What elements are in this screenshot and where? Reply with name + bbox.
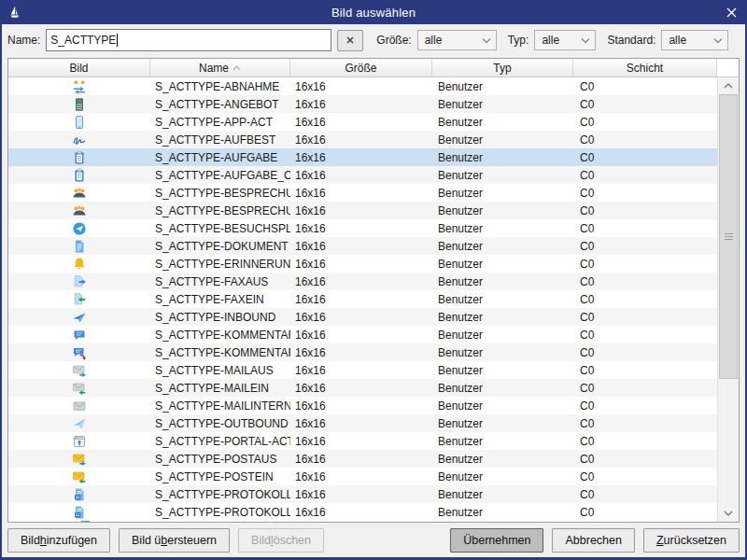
row-name: S_ACTTYPE-MAILAUS: [150, 361, 290, 379]
visit-plan-icon: [72, 221, 87, 236]
row-typ: Benutzer: [432, 166, 573, 184]
delete-image-button: Bild löschen: [238, 528, 324, 553]
row-name: S_ACTTYPE-ANGEBOT: [150, 95, 290, 113]
row-size: 16x16: [290, 485, 432, 503]
row-schicht: C0: [573, 308, 717, 326]
table-row[interactable]: S_ACTTYPE-KOMMENTAR16x16BenutzerC0: [8, 326, 717, 343]
table-row[interactable]: S_ACTTYPE-BESPRECHUNG16x16BenutzerC0: [8, 184, 717, 202]
row-size: 16x16: [290, 219, 432, 237]
table-row[interactable]: S_ACTTYPE-KOMMENTAR...16x16BenutzerC0: [8, 343, 717, 361]
row-typ: Benutzer: [432, 361, 573, 379]
standard-dropdown[interactable]: alle: [661, 30, 728, 50]
row-name: S_ACTTYPE-BESUCHSPLA...: [150, 219, 290, 237]
row-schicht: C0: [573, 397, 717, 414]
row-name: S_ACTTYPE-AUFGABE_OH...: [150, 166, 290, 184]
table-row[interactable]: S_ACTTYPE-FAXEIN16x16BenutzerC0: [8, 290, 717, 308]
table-row[interactable]: S_ACTTYPE-BESPRECHUN...16x16BenutzerC0: [8, 202, 717, 219]
row-schicht: C0: [573, 184, 717, 202]
size-label: Größe:: [376, 34, 411, 47]
row-schicht: C0: [573, 414, 717, 432]
inbound-plane-icon: [72, 310, 87, 325]
table-row[interactable]: S_ACTTYPE-AUFGABE16x16BenutzerC0: [8, 148, 717, 166]
column-header-schicht[interactable]: Schicht: [573, 59, 717, 77]
row-name: S_ACTTYPE-PROTOKOLL: [150, 485, 290, 503]
row-size: 16x16: [290, 166, 432, 184]
scroll-down-icon[interactable]: [718, 505, 739, 522]
table-row[interactable]: S_ACTTYPE-MAILEIN16x16BenutzerC0: [8, 379, 717, 397]
clipboard-icon: [72, 150, 87, 165]
row-typ: Benutzer: [432, 131, 573, 148]
row-schicht: C0: [573, 219, 717, 237]
name-input[interactable]: S_ACTTYPE: [46, 29, 331, 51]
row-size: 16x16: [290, 450, 432, 468]
row-typ: Benutzer: [432, 184, 573, 202]
table-row[interactable]: S_ACTTYPE-AUFGABE_OH...16x16BenutzerC0: [8, 166, 717, 184]
reset-button[interactable]: Zurücksetzen: [643, 528, 740, 553]
override-image-button[interactable]: Bild übersteuern: [119, 528, 230, 553]
scroll-up-icon[interactable]: [718, 77, 739, 94]
row-typ: Benutzer: [432, 485, 573, 503]
cancel-button[interactable]: Abbrechen: [552, 528, 634, 553]
table-row[interactable]: S_ACTTYPE-DOKUMENT16x16BenutzerC0: [8, 237, 717, 255]
row-name: S_ACTTYPE-PORTAL-ACT: [150, 432, 290, 450]
row-name: S_ACTTYPE-ERINNERUNG: [150, 255, 290, 273]
row-name: S_ACTTYPE-POSTEIN: [150, 468, 290, 485]
row-typ: Benutzer: [432, 379, 573, 397]
table-row[interactable]: S_ACTTYPE-PORTAL-ACT16x16BenutzerC0: [8, 432, 717, 450]
table-row[interactable]: S_ACTTYPE-PROTOKOLLE...16x16BenutzerC0: [8, 503, 717, 521]
dialog-window: Bild auswählen Name: S_ACTTYPE Größe: al…: [0, 0, 747, 560]
type-dropdown[interactable]: alle: [534, 30, 596, 50]
size-dropdown-value: alle: [425, 34, 443, 47]
column-header-bild[interactable]: Bild: [8, 59, 150, 77]
table-row[interactable]: S_ACTTYPE-AUFBEST16x16BenutzerC0: [8, 131, 717, 148]
table-row[interactable]: S_ACTTYPE-INBOUND16x16BenutzerC0: [8, 308, 717, 326]
meeting-icon: [72, 203, 87, 218]
clipboard-icon: [72, 168, 87, 183]
post-in-icon: [72, 469, 87, 484]
row-name: S_ACTTYPE-PROTOKOLLE...: [150, 503, 290, 521]
size-dropdown[interactable]: alle: [417, 30, 497, 50]
table-row[interactable]: S_ACTTYPE-ERINNERUNG16x16BenutzerC0: [8, 255, 717, 273]
row-name: S_ACTTYPE-INBOUND: [150, 308, 290, 326]
scrollbar-thumb[interactable]: [719, 94, 738, 379]
row-schicht: C0: [573, 485, 717, 503]
row-size: 16x16: [290, 343, 432, 361]
column-header-typ[interactable]: Typ: [432, 59, 573, 77]
table-row[interactable]: S_ACTTYPE-APP-ACT16x16BenutzerC0: [8, 113, 717, 131]
table-row[interactable]: S_ACTTYPE-PROTOKOLL16x16BenutzerC0: [8, 485, 717, 503]
row-name: S_ACTTYPE-KOMMENTAR: [150, 326, 290, 343]
sort-ascending-icon: [233, 65, 241, 71]
mail-out-icon: [72, 363, 87, 378]
vertical-scrollbar[interactable]: [717, 77, 739, 522]
row-size: 16x16: [290, 326, 432, 343]
row-typ: Benutzer: [432, 308, 573, 326]
table-row[interactable]: S_ACTTYPE-POSTAUS16x16BenutzerC0: [8, 450, 717, 468]
row-name: S_ACTTYPE-BESPRECHUNG: [150, 184, 290, 202]
row-size: 16x16: [290, 131, 432, 148]
table-row[interactable]: S_ACTTYPE-ANGEBOT16x16BenutzerC0: [8, 95, 717, 113]
table-row[interactable]: S_ACTTYPE-OUTBOUND16x16BenutzerC0: [8, 414, 717, 432]
header-corner: [717, 59, 739, 77]
table-row[interactable]: S_ACTTYPE-BESUCHSPLA...16x16BenutzerC0: [8, 219, 717, 237]
clipped-row-icon: [81, 521, 90, 522]
clear-name-button[interactable]: [337, 30, 363, 51]
add-image-button[interactable]: Bild hinzufügen: [7, 528, 110, 553]
table-row[interactable]: S_ACTTYPE-FAXAUS16x16BenutzerC0: [8, 273, 717, 290]
column-header-name[interactable]: Name: [150, 59, 290, 77]
table-body: S_ACTTYPE-ABNAHME16x16BenutzerC0S_ACTTYP…: [8, 77, 717, 522]
close-icon[interactable]: [722, 4, 740, 21]
table-row[interactable]: S_ACTTYPE-MAILINTERN16x16BenutzerC0: [8, 397, 717, 414]
window-title: Bild auswählen: [0, 6, 747, 20]
chevron-down-icon: [713, 37, 723, 44]
table-row[interactable]: S_ACTTYPE-ABNAHME16x16BenutzerC0: [8, 77, 717, 95]
row-typ: Benutzer: [432, 450, 573, 468]
row-name: S_ACTTYPE-KOMMENTAR...: [150, 343, 290, 361]
name-label: Name:: [7, 34, 40, 47]
table-row[interactable]: S_ACTTYPE-MAILAUS16x16BenutzerC0: [8, 361, 717, 379]
column-header-groesse[interactable]: Größe: [290, 59, 432, 77]
apply-button[interactable]: Übernehmen: [450, 528, 543, 553]
row-schicht: C0: [573, 77, 717, 95]
row-size: 16x16: [290, 468, 432, 485]
table-row[interactable]: S_ACTTYPE-POSTEIN16x16BenutzerC0: [8, 468, 717, 485]
row-name: S_ACTTYPE-POSTAUS: [150, 450, 290, 468]
